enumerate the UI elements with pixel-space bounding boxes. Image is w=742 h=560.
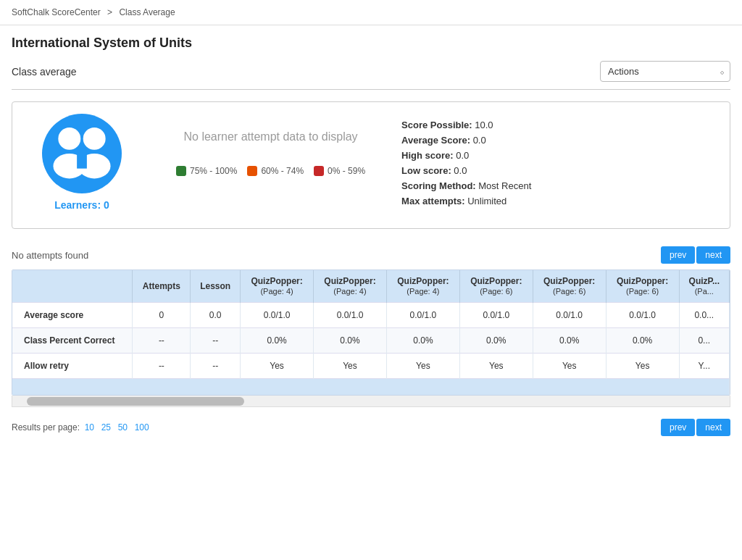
row-label-allow-retry: Allow retry bbox=[12, 354, 133, 379]
cell-retry-qp3: Yes bbox=[386, 354, 459, 379]
no-attempts-bar: No attempts found prev next bbox=[0, 241, 742, 269]
top-next-button[interactable]: next bbox=[696, 246, 730, 264]
results-25[interactable]: 25 bbox=[101, 422, 111, 432]
stats-section: Score Possible: 10.0 Average Score: 0.0 … bbox=[401, 114, 718, 217]
legend: 75% - 100% 60% - 74% 0% - 59% bbox=[176, 166, 365, 176]
col-header-qp4: QuizPopper:(Page: 6) bbox=[459, 270, 533, 303]
cell-retry-qp4: Yes bbox=[459, 354, 533, 379]
stat-high-score: High score: 0.0 bbox=[401, 150, 718, 161]
legend-item-mid: 60% - 74% bbox=[247, 166, 304, 176]
table-row: Class Percent Correct -- -- 0.0% 0.0% 0.… bbox=[12, 328, 730, 354]
svg-rect-4 bbox=[77, 149, 87, 169]
results-10[interactable]: 10 bbox=[85, 422, 94, 432]
data-table: Attempts Lesson QuizPopper:(Page: 4) Qui… bbox=[12, 270, 730, 395]
results-50[interactable]: 50 bbox=[118, 422, 128, 432]
results-footer: Results per page: 10 25 50 100 prev next bbox=[0, 411, 742, 443]
results-per-page: Results per page: 10 25 50 100 bbox=[12, 422, 151, 432]
col-header-qp2: QuizPopper:(Page: 4) bbox=[314, 270, 387, 303]
divider bbox=[12, 89, 730, 90]
cell-pct-qp3: 0.0% bbox=[386, 328, 459, 354]
page-title: International System of Units bbox=[0, 25, 742, 55]
results-per-page-label: Results per page: bbox=[12, 422, 80, 432]
summary-card: Learners: 0 No learner attempt data to d… bbox=[12, 101, 730, 229]
highlight-row-cell bbox=[12, 379, 730, 395]
top-pagination: prev next bbox=[661, 246, 730, 264]
breadcrumb-current: Class Average bbox=[119, 7, 175, 17]
legend-dot-low bbox=[314, 166, 324, 176]
cell-pct-qp2: 0.0% bbox=[314, 328, 387, 354]
cell-pct-qp1: 0.0% bbox=[241, 328, 314, 354]
legend-label-high: 75% - 100% bbox=[190, 166, 237, 176]
stat-max-attempts: Max attempts: Unlimited bbox=[401, 196, 718, 206]
row-label-class-pct: Class Percent Correct bbox=[12, 328, 133, 354]
col-header-qp1: QuizPopper:(Page: 4) bbox=[241, 270, 314, 303]
stat-scoring-method: Scoring Method: Most Recent bbox=[401, 180, 718, 191]
cell-avg-qp3: 0.0/1.0 bbox=[386, 303, 459, 328]
svg-point-0 bbox=[58, 128, 80, 150]
col-header-qp6: QuizPopper:(Page: 6) bbox=[606, 270, 679, 303]
breadcrumb: SoftChalk ScoreCenter > Class Average bbox=[0, 0, 742, 25]
horizontal-scrollbar[interactable] bbox=[12, 396, 730, 407]
stat-low-score: Low score: 0.0 bbox=[401, 165, 718, 176]
cell-pct-qp6: 0.0% bbox=[606, 328, 679, 354]
cell-avg-qp2: 0.0/1.0 bbox=[314, 303, 387, 328]
actions-select[interactable]: Actions bbox=[600, 61, 730, 82]
learners-section: Learners: 0 bbox=[24, 114, 140, 211]
cell-pct-lesson: -- bbox=[191, 328, 241, 354]
col-header-qp7: QuizP...(Pa... bbox=[679, 270, 729, 303]
table-row: Allow retry -- -- Yes Yes Yes Yes Yes Ye… bbox=[12, 354, 730, 379]
results-100[interactable]: 100 bbox=[135, 422, 149, 432]
col-header-qp5: QuizPopper:(Page: 6) bbox=[533, 270, 606, 303]
svg-point-2 bbox=[83, 128, 106, 150]
no-data-text: No learner attempt data to display bbox=[183, 128, 357, 146]
cell-retry-lesson: -- bbox=[191, 354, 241, 379]
cell-pct-qp5: 0.0% bbox=[533, 328, 606, 354]
cell-pct-qp4: 0.0% bbox=[459, 328, 533, 354]
row-label-avg-score: Average score bbox=[12, 303, 133, 328]
cell-retry-qp1: Yes bbox=[241, 354, 314, 379]
class-avg-header: Class average Actions bbox=[0, 55, 742, 89]
cell-avg-qp1: 0.0/1.0 bbox=[241, 303, 314, 328]
cell-retry-qp7: Y... bbox=[679, 354, 729, 379]
stat-score-possible: Score Possible: 10.0 bbox=[401, 120, 718, 130]
bottom-prev-button[interactable]: prev bbox=[661, 419, 695, 436]
learners-label: Learners: 0 bbox=[54, 199, 109, 211]
legend-label-mid: 60% - 74% bbox=[261, 166, 304, 176]
cell-avg-qp6: 0.0/1.0 bbox=[606, 303, 679, 328]
cell-retry-qp6: Yes bbox=[606, 354, 679, 379]
cell-pct-attempts: -- bbox=[133, 328, 191, 354]
no-data-section: No learner attempt data to display 75% -… bbox=[154, 114, 387, 191]
class-average-label: Class average bbox=[12, 66, 77, 78]
cell-avg-attempts: 0 bbox=[133, 303, 191, 328]
cell-pct-qp7: 0... bbox=[679, 328, 729, 354]
bottom-next-button[interactable]: next bbox=[696, 419, 730, 436]
breadcrumb-app: SoftChalk ScoreCenter bbox=[12, 7, 101, 17]
breadcrumb-separator: > bbox=[107, 7, 112, 17]
bottom-pagination: prev next bbox=[661, 419, 730, 436]
no-attempts-text: No attempts found bbox=[12, 250, 88, 261]
cell-retry-qp5: Yes bbox=[533, 354, 606, 379]
stat-average-score: Average Score: 0.0 bbox=[401, 135, 718, 146]
col-header-qp3: QuizPopper:(Page: 4) bbox=[386, 270, 459, 303]
group-icon bbox=[42, 114, 122, 193]
legend-label-low: 0% - 59% bbox=[328, 166, 365, 176]
table-row-highlight bbox=[12, 379, 730, 395]
cell-retry-qp2: Yes bbox=[314, 354, 387, 379]
col-header-name bbox=[12, 270, 133, 303]
scrollbar-thumb[interactable] bbox=[27, 397, 244, 406]
top-prev-button[interactable]: prev bbox=[661, 246, 695, 264]
legend-dot-high bbox=[176, 166, 186, 176]
data-table-wrapper: Attempts Lesson QuizPopper:(Page: 4) Qui… bbox=[12, 269, 730, 396]
cell-avg-qp7: 0.0... bbox=[679, 303, 729, 328]
cell-retry-attempts: -- bbox=[133, 354, 191, 379]
col-header-lesson: Lesson bbox=[191, 270, 241, 303]
learners-icon-circle bbox=[42, 114, 122, 193]
legend-dot-mid bbox=[247, 166, 257, 176]
table-header-row: Attempts Lesson QuizPopper:(Page: 4) Qui… bbox=[12, 270, 730, 303]
legend-item-high: 75% - 100% bbox=[176, 166, 237, 176]
cell-avg-lesson: 0.0 bbox=[191, 303, 241, 328]
table-row: Average score 0 0.0 0.0/1.0 0.0/1.0 0.0/… bbox=[12, 303, 730, 328]
actions-select-wrapper: Actions bbox=[600, 61, 730, 82]
cell-avg-qp5: 0.0/1.0 bbox=[533, 303, 606, 328]
col-header-attempts: Attempts bbox=[133, 270, 191, 303]
